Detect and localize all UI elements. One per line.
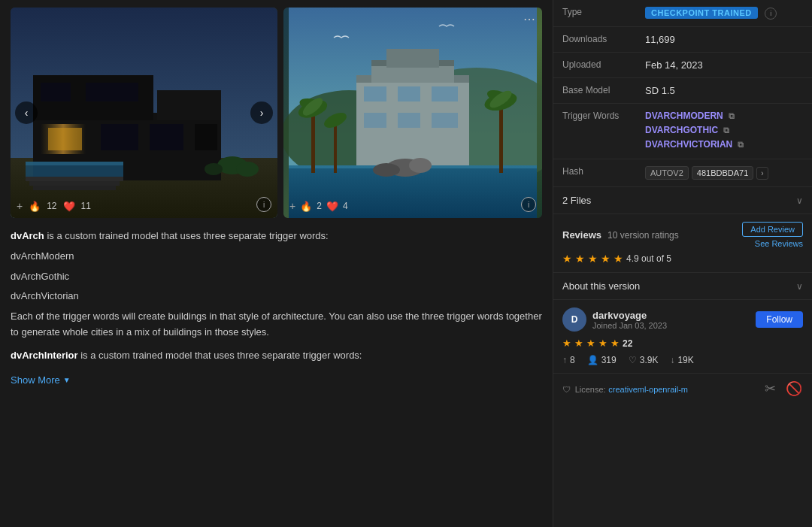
sec-heart-count: 4: [343, 201, 348, 211]
rating-text: 4.9 out of 5: [626, 253, 671, 264]
no-derivatives-icon: 🚫: [785, 380, 803, 398]
svg-rect-27: [386, 49, 439, 68]
svg-rect-6: [48, 128, 82, 150]
about-version-title: About this version: [562, 280, 640, 292]
likes-icon: ♡: [629, 355, 637, 365]
svg-rect-9: [195, 124, 217, 150]
svg-rect-4: [157, 90, 221, 120]
sec-fire-count: 2: [317, 201, 322, 211]
reviews-right: Add Review See Reviews: [742, 222, 803, 248]
svg-point-18: [236, 162, 259, 177]
main-image-info-button[interactable]: i: [256, 197, 271, 212]
creator-avatar: D: [562, 307, 586, 332]
images-row: ‹ › + 🔥 12 ❤️ 11 i: [11, 8, 542, 218]
creator-rating: 22: [623, 338, 632, 349]
star-2: ★: [575, 253, 585, 265]
svg-rect-15: [29, 181, 120, 186]
creator-top-row: D darkvoyage Joined Jan 03, 2023 Follow: [562, 307, 803, 332]
about-version-section[interactable]: About this version ∨: [553, 273, 812, 300]
reviews-left: Reviews 10 version ratings: [562, 229, 679, 241]
secondary-image-actions: + 🔥 2 ❤️ 4: [289, 200, 348, 212]
svg-rect-29: [398, 86, 420, 101]
trigger-word-2: dvArchGothic: [11, 269, 542, 285]
description-intro-text: is a custom trained model that uses thre…: [44, 230, 329, 241]
heart-emoji: ❤️: [63, 201, 75, 212]
see-reviews-link[interactable]: See Reviews: [755, 239, 803, 248]
svg-rect-31: [364, 113, 386, 128]
svg-rect-33: [432, 113, 458, 128]
models-value: 319: [601, 355, 617, 365]
creator-star-4: ★: [598, 338, 607, 349]
license-info: 🛡 License: creativeml-openrail-m: [562, 383, 688, 395]
downloads-stat: ↓ 19K: [670, 355, 693, 365]
prev-image-button[interactable]: ‹: [15, 101, 38, 124]
sec-add-reaction-button[interactable]: +: [289, 200, 295, 212]
creator-star-2: ★: [574, 338, 583, 349]
license-icons-group: ✂ 🚫: [761, 380, 803, 398]
secondary-image-info-button[interactable]: i: [521, 197, 536, 212]
hash-copy-button[interactable]: ›: [756, 167, 768, 180]
likes-stat: ♡ 3.9K: [629, 355, 659, 365]
copy-trigger3-button[interactable]: ⧉: [735, 139, 746, 150]
svg-point-19: [205, 163, 223, 175]
main-image: [11, 8, 277, 218]
model-description: dvArch is a custom trained model that us…: [11, 229, 542, 388]
reviews-top-row: Reviews 10 version ratings Add Review Se…: [562, 222, 803, 248]
upload-icon: ↑: [562, 355, 567, 365]
trigger-tag-2: DVARCHGOTHIC ⧉: [645, 125, 803, 135]
description-body-text: Each of the trigger words will create bu…: [11, 309, 542, 341]
description-bold-title2: dvArchInterior: [11, 350, 78, 361]
star-5: ★: [614, 253, 623, 265]
add-review-button[interactable]: Add Review: [742, 222, 803, 237]
main-image-actions: + 🔥 12 ❤️ 11: [17, 200, 91, 212]
models-stat: 👤 319: [587, 355, 617, 365]
downloads-icon: ↓: [670, 355, 674, 365]
license-icon-small: 🛡: [562, 385, 571, 394]
creator-name[interactable]: darkvoyage: [592, 310, 667, 321]
add-reaction-button[interactable]: +: [17, 200, 23, 212]
copy-trigger2-button[interactable]: ⧉: [721, 125, 732, 135]
base-model-value: SD 1.5: [636, 78, 812, 104]
creator-stats-row: ↑ 8 👤 319 ♡ 3.9K ↓ 19K: [562, 355, 803, 365]
hash-type: AUTOV2: [645, 166, 689, 180]
trigger-tag-3: DVARCHVICTORIAN ⧉: [645, 139, 803, 150]
description-text2: is a custom trained model that uses thre…: [78, 350, 362, 361]
creator-star-5: ★: [611, 338, 620, 349]
svg-rect-32: [398, 113, 420, 128]
svg-rect-16: [33, 186, 116, 190]
hash-value: 481BDBDA71: [692, 166, 754, 180]
main-image-container: ‹ › + 🔥 12 ❤️ 11 i: [11, 8, 277, 218]
trigger-tags-container: DVARCHMODERN ⧉ DVARCHGOTHIC ⧉ DVARCHVICT…: [645, 111, 803, 152]
creator-star-1: ★: [562, 338, 571, 349]
type-badge: CHECKPOINT TRAINED: [645, 7, 758, 19]
hash-container: AUTOV2 481BDBDA71 ›: [645, 166, 803, 180]
model-info-table: Type CHECKPOINT TRAINED i Downloads 11,6…: [553, 0, 812, 187]
type-info-icon[interactable]: i: [765, 8, 777, 20]
creator-info: D darkvoyage Joined Jan 03, 2023: [562, 307, 667, 332]
left-panel: ‹ › + 🔥 12 ❤️ 11 i: [0, 0, 553, 527]
svg-rect-30: [432, 86, 458, 101]
uploads-value: 8: [570, 355, 575, 365]
follow-button[interactable]: Follow: [756, 311, 803, 328]
downloads-label: Downloads: [553, 27, 636, 53]
right-panel: Type CHECKPOINT TRAINED i Downloads 11,6…: [553, 0, 812, 527]
copy-trigger1-button[interactable]: ⧉: [726, 111, 737, 121]
license-section: 🛡 License: creativeml-openrail-m ✂ 🚫: [553, 374, 812, 404]
secondary-image-menu-button[interactable]: ⋯: [523, 14, 536, 26]
downloads-stat-value: 19K: [677, 355, 693, 365]
fire-emoji: 🔥: [29, 201, 41, 212]
svg-rect-14: [26, 177, 123, 181]
uploads-stat: ↑ 8: [562, 355, 575, 365]
creator-stars-row: ★ ★ ★ ★ ★ 22: [562, 338, 803, 349]
license-link[interactable]: creativeml-openrail-m: [608, 385, 688, 394]
svg-rect-44: [334, 124, 337, 173]
svg-rect-28: [364, 86, 386, 101]
files-section[interactable]: 2 Files ∨: [553, 187, 812, 214]
svg-rect-11: [86, 83, 138, 101]
fire-count: 12: [47, 201, 56, 211]
creator-section: D darkvoyage Joined Jan 03, 2023 Follow …: [553, 300, 812, 374]
show-more-link[interactable]: Show More ▼: [11, 373, 71, 389]
next-image-button[interactable]: ›: [250, 101, 273, 124]
star-4: ★: [601, 253, 611, 265]
svg-rect-36: [311, 113, 315, 173]
